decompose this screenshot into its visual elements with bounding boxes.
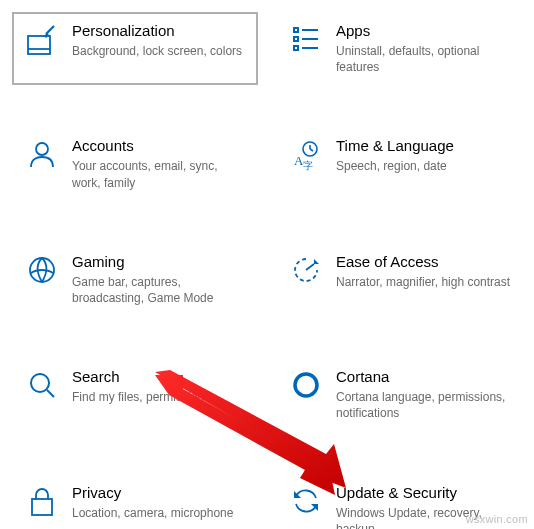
tile-accounts[interactable]: Accounts Your accounts, email, sync, wor… xyxy=(12,127,258,200)
tile-title: Time & Language xyxy=(336,137,512,154)
tile-apps[interactable]: Apps Uninstall, defaults, optional featu… xyxy=(276,12,522,85)
tile-desc: Background, lock screen, colors xyxy=(72,43,248,59)
svg-line-20 xyxy=(47,390,54,397)
tile-desc: Uninstall, defaults, optional features xyxy=(336,43,512,75)
svg-rect-8 xyxy=(294,46,298,50)
svg-point-21 xyxy=(295,374,317,396)
svg-line-18 xyxy=(306,264,314,270)
time-language-icon: A 字 xyxy=(282,137,330,171)
svg-line-13 xyxy=(310,149,313,151)
tile-title: Cortana xyxy=(336,368,512,385)
tile-title: Personalization xyxy=(72,22,248,39)
tile-personalization[interactable]: Personalization Background, lock screen,… xyxy=(12,12,258,85)
tile-time-language[interactable]: A 字 Time & Language Speech, region, date xyxy=(276,127,522,200)
svg-rect-4 xyxy=(294,28,298,32)
tile-desc: Game bar, captures, broadcasting, Game M… xyxy=(72,274,248,306)
tile-desc: Narrator, magnifier, high contrast xyxy=(336,274,512,290)
tile-text: Gaming Game bar, captures, broadcasting,… xyxy=(66,253,248,306)
tile-desc: Speech, region, date xyxy=(336,158,512,174)
tile-title: Search xyxy=(72,368,248,385)
tile-text: Ease of Access Narrator, magnifier, high… xyxy=(330,253,512,290)
svg-rect-0 xyxy=(28,36,50,54)
svg-line-2 xyxy=(46,26,54,34)
svg-marker-3 xyxy=(44,33,49,38)
tile-text: Apps Uninstall, defaults, optional featu… xyxy=(330,22,512,75)
watermark: wsxwin.com xyxy=(466,513,528,525)
privacy-icon xyxy=(18,484,66,518)
tile-search[interactable]: Search Find my files, permissions xyxy=(12,358,258,431)
tile-text: Time & Language Speech, region, date xyxy=(330,137,512,174)
tile-text: Personalization Background, lock screen,… xyxy=(66,22,248,59)
tile-privacy[interactable]: Privacy Location, camera, microphone xyxy=(12,474,258,530)
tile-desc: Your accounts, email, sync, work, family xyxy=(72,158,248,190)
cortana-icon xyxy=(282,368,330,400)
svg-rect-22 xyxy=(32,499,52,515)
tile-text: Search Find my files, permissions xyxy=(66,368,248,405)
ease-of-access-icon xyxy=(282,253,330,285)
tile-text: Privacy Location, camera, microphone xyxy=(66,484,248,521)
svg-point-19 xyxy=(31,374,49,392)
tile-title: Apps xyxy=(336,22,512,39)
update-security-icon xyxy=(282,484,330,516)
tile-desc: Cortana language, permissions, notificat… xyxy=(336,389,512,421)
personalization-icon xyxy=(18,22,66,58)
tile-ease-of-access[interactable]: Ease of Access Narrator, magnifier, high… xyxy=(276,243,522,316)
tile-gaming[interactable]: Gaming Game bar, captures, broadcasting,… xyxy=(12,243,258,316)
svg-text:字: 字 xyxy=(303,160,313,171)
tile-title: Update & Security xyxy=(336,484,512,501)
tile-cortana[interactable]: Cortana Cortana language, permissions, n… xyxy=(276,358,522,431)
apps-icon xyxy=(282,22,330,54)
accounts-icon xyxy=(18,137,66,169)
svg-marker-17 xyxy=(314,259,319,264)
tile-desc: Find my files, permissions xyxy=(72,389,248,405)
tile-text: Accounts Your accounts, email, sync, wor… xyxy=(66,137,248,190)
tile-title: Accounts xyxy=(72,137,248,154)
svg-rect-6 xyxy=(294,37,298,41)
tile-title: Ease of Access xyxy=(336,253,512,270)
svg-point-10 xyxy=(36,143,48,155)
tile-desc: Location, camera, microphone xyxy=(72,505,248,521)
settings-grid: Personalization Background, lock screen,… xyxy=(12,12,522,529)
search-icon xyxy=(18,368,66,400)
tile-title: Privacy xyxy=(72,484,248,501)
tile-text: Cortana Cortana language, permissions, n… xyxy=(330,368,512,421)
gaming-icon xyxy=(18,253,66,285)
tile-title: Gaming xyxy=(72,253,248,270)
